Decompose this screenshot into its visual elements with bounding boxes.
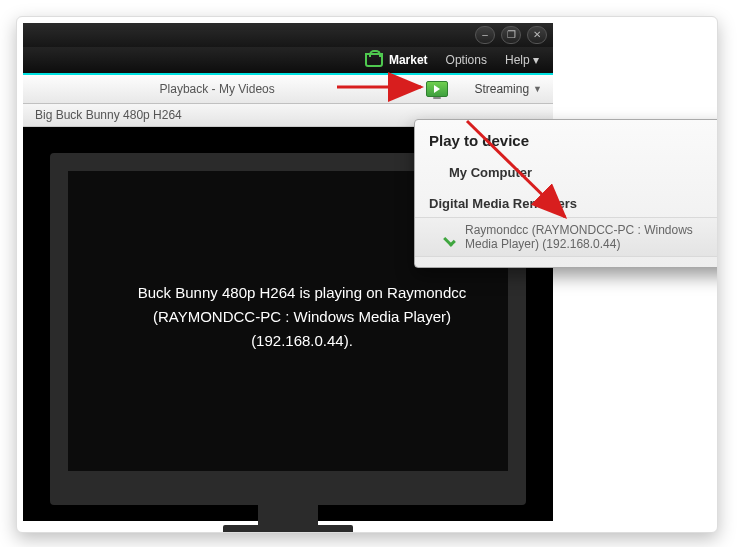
- titlebar: – ❐ ✕: [23, 23, 553, 47]
- restore-button[interactable]: ❐: [501, 26, 521, 44]
- streaming-menu-button[interactable]: Streaming ▼: [465, 78, 551, 100]
- market-label: Market: [389, 53, 428, 67]
- dropdown-item-my-computer[interactable]: My Computer: [415, 157, 718, 188]
- playback-status-text: Buck Bunny 480p H264 is playing on Raymo…: [27, 281, 577, 353]
- chevron-down-icon: ▼: [533, 84, 542, 94]
- help-label: Help: [505, 53, 530, 67]
- close-button[interactable]: ✕: [527, 26, 547, 44]
- play-to-device-dropdown: Play to device My Computer Digital Media…: [414, 119, 718, 268]
- app-window-frame: – ❐ ✕ Market Options Help ▾ Playback - M…: [16, 16, 718, 533]
- breadcrumb: Playback - My Videos: [23, 82, 411, 96]
- renderer-label: Raymondcc (RAYMONDCC-PC : Windows Media …: [465, 223, 718, 251]
- basket-icon: [365, 53, 383, 67]
- toolbar: Playback - My Videos Streaming ▼: [23, 75, 553, 104]
- checkmark-icon: [445, 230, 459, 244]
- track-title: Big Buck Bunny 480p H264: [35, 108, 182, 122]
- media-player-window: – ❐ ✕ Market Options Help ▾ Playback - M…: [23, 23, 553, 521]
- status-line-1: Buck Bunny 480p H264 is playing on Raymo…: [27, 281, 577, 305]
- dropdown-title: Play to device: [415, 130, 718, 157]
- help-menu[interactable]: Help ▾: [505, 53, 539, 67]
- options-menu[interactable]: Options: [446, 53, 487, 67]
- dropdown-item-renderer[interactable]: Raymondcc (RAYMONDCC-PC : Windows Media …: [415, 217, 718, 257]
- status-line-3: (192.168.0.44).: [27, 329, 577, 353]
- window-controls: – ❐ ✕: [475, 26, 547, 44]
- streaming-label: Streaming: [474, 82, 529, 96]
- play-to-device-button[interactable]: [413, 78, 461, 100]
- monitor-play-icon: [426, 81, 448, 97]
- minimize-button[interactable]: –: [475, 26, 495, 44]
- market-menu[interactable]: Market: [365, 53, 428, 67]
- menubar: Market Options Help ▾: [23, 47, 553, 75]
- status-line-2: (RAYMONDCC-PC : Windows Media Player): [27, 305, 577, 329]
- dropdown-section-renderers: Digital Media Renderers: [415, 188, 718, 217]
- chevron-down-icon: ▾: [533, 53, 539, 67]
